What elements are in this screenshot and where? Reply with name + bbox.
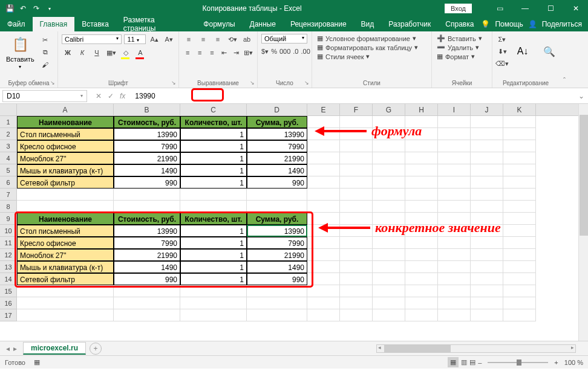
cell-K10[interactable] — [503, 225, 536, 237]
cell-E10[interactable] — [307, 225, 340, 237]
cell-A14[interactable]: Сетевой фильтр — [17, 273, 114, 285]
normal-view-icon[interactable]: ▦ — [448, 357, 459, 367]
paste-button[interactable]: 📋 Вставить ▾ — [4, 34, 37, 71]
font-color-icon[interactable]: A — [134, 47, 146, 58]
col-header-A[interactable]: A — [17, 104, 114, 115]
cell-styles-button[interactable]: ▦ Стили ячеек ▾ — [316, 52, 428, 61]
font-name-select[interactable]: Calibri ▾ — [62, 34, 122, 44]
cell-B14[interactable]: 990 — [114, 273, 180, 285]
align-bottom-icon[interactable]: ≡ — [212, 34, 224, 45]
cell-C17[interactable] — [180, 309, 247, 321]
cell-I4[interactable] — [438, 152, 471, 164]
ribbon-tab-вид[interactable]: Вид — [354, 17, 382, 31]
cell-I10[interactable] — [438, 225, 471, 237]
cell-G13[interactable] — [373, 261, 405, 273]
cell-J4[interactable] — [471, 152, 503, 164]
sheet-next-icon[interactable]: ▸ — [13, 344, 17, 353]
increase-decimal-icon[interactable]: .0 — [293, 46, 298, 57]
cell-A7[interactable] — [17, 189, 114, 201]
row-header-10[interactable]: 10 — [0, 225, 17, 237]
cell-B13[interactable]: 1490 — [114, 261, 180, 273]
cell-E5[interactable] — [307, 164, 340, 176]
fx-icon[interactable]: fx — [120, 92, 125, 100]
cell-K6[interactable] — [503, 176, 536, 189]
vertical-scrollbar[interactable] — [578, 104, 588, 341]
cell-F12[interactable] — [340, 249, 373, 261]
align-center-icon[interactable]: ≡ — [195, 47, 204, 58]
clear-icon[interactable]: ⌫▾ — [496, 58, 508, 69]
row-header-7[interactable]: 7 — [0, 189, 17, 201]
cell-C7[interactable] — [180, 189, 247, 201]
cell-D13[interactable]: 1490 — [247, 261, 307, 273]
cell-E15[interactable] — [307, 285, 340, 297]
cell-I8[interactable] — [438, 201, 471, 213]
cell-A6[interactable]: Сетевой фильтр — [17, 176, 114, 189]
cell-F3[interactable] — [340, 140, 373, 152]
cell-B17[interactable] — [114, 309, 180, 321]
cell-A8[interactable] — [17, 201, 114, 213]
insert-cells-button[interactable]: ➕ Вставить ▾ — [436, 34, 488, 43]
merge-icon[interactable]: ⊞▾ — [244, 47, 253, 58]
col-header-K[interactable]: K — [503, 104, 536, 115]
cut-icon[interactable]: ✂ — [39, 35, 51, 46]
cell-K16[interactable] — [503, 297, 536, 309]
row-header-12[interactable]: 12 — [0, 249, 17, 261]
cell-H3[interactable] — [405, 140, 438, 152]
cell-H11[interactable] — [405, 237, 438, 249]
cell-G14[interactable] — [373, 273, 405, 285]
row-header-6[interactable]: 6 — [0, 176, 17, 189]
undo-icon[interactable]: ↶ — [18, 4, 28, 13]
fill-icon[interactable]: ⬇▾ — [496, 46, 508, 57]
find-select-button[interactable]: 🔍 — [537, 40, 561, 62]
cell-A2[interactable]: Стол письменный — [17, 128, 114, 140]
login-button[interactable]: Вход — [445, 4, 472, 13]
new-sheet-icon[interactable]: + — [90, 343, 102, 355]
cell-D7[interactable] — [247, 189, 307, 201]
align-left-icon[interactable]: ≡ — [183, 47, 192, 58]
cell-G2[interactable] — [373, 128, 405, 140]
ribbon-tab-справка[interactable]: Справка — [438, 17, 481, 31]
format-as-table-button[interactable]: ▦ Форматировать как таблицу ▾ — [316, 43, 428, 52]
cell-C9[interactable]: Количество, шт. — [180, 213, 247, 225]
col-header-E[interactable]: E — [307, 104, 340, 115]
cell-H17[interactable] — [405, 309, 438, 321]
col-header-I[interactable]: I — [438, 104, 471, 115]
row-header-14[interactable]: 14 — [0, 273, 17, 285]
cell-G10[interactable] — [373, 225, 405, 237]
cell-H10[interactable] — [405, 225, 438, 237]
cancel-icon[interactable]: ✕ — [96, 92, 102, 100]
ribbon-tab-данные[interactable]: Данные — [243, 17, 283, 31]
cell-G7[interactable] — [373, 189, 405, 201]
cell-G6[interactable] — [373, 176, 405, 189]
row-header-13[interactable]: 13 — [0, 261, 17, 273]
row-header-5[interactable]: 5 — [0, 164, 17, 176]
cell-D15[interactable] — [247, 285, 307, 297]
cell-F5[interactable] — [340, 164, 373, 176]
cell-G4[interactable] — [373, 152, 405, 164]
cell-C10[interactable]: 1 — [180, 225, 247, 237]
cell-F14[interactable] — [340, 273, 373, 285]
cell-F6[interactable] — [340, 176, 373, 189]
vscroll-thumb[interactable] — [580, 115, 588, 236]
share-icon[interactable]: 👤 — [528, 20, 537, 28]
cell-K1[interactable] — [503, 116, 536, 128]
cell-I12[interactable] — [438, 249, 471, 261]
cell-D9[interactable]: Сумма, руб. — [247, 213, 307, 225]
cell-B16[interactable] — [114, 297, 180, 309]
zoom-slider[interactable] — [488, 362, 548, 363]
format-painter-icon[interactable]: 🖌 — [39, 59, 51, 70]
cell-C14[interactable]: 1 — [180, 273, 247, 285]
ribbon-options-icon[interactable]: ▭ — [488, 0, 512, 17]
cell-K2[interactable] — [503, 128, 536, 140]
cell-B3[interactable]: 7990 — [114, 140, 180, 152]
cell-H9[interactable] — [405, 213, 438, 225]
zoom-out-icon[interactable]: – — [478, 359, 482, 366]
cell-H6[interactable] — [405, 176, 438, 189]
enter-icon[interactable]: ✓ — [108, 92, 114, 100]
cell-E16[interactable] — [307, 297, 340, 309]
row-header-3[interactable]: 3 — [0, 140, 17, 152]
cell-E1[interactable] — [307, 116, 340, 128]
cell-G15[interactable] — [373, 285, 405, 297]
cell-J14[interactable] — [471, 273, 503, 285]
cell-G11[interactable] — [373, 237, 405, 249]
